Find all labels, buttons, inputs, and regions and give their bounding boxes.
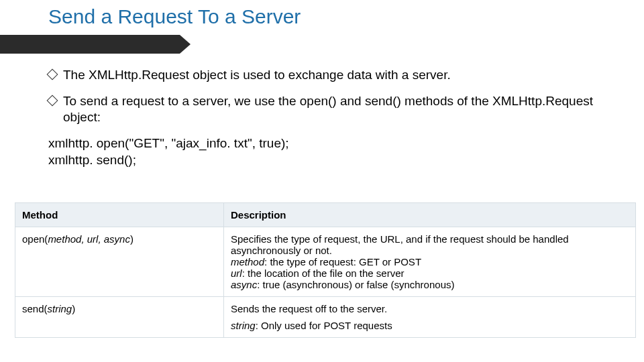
decor-arrow-head-icon <box>180 35 191 54</box>
desc-line: Specifies the type of request, the URL, … <box>231 233 629 256</box>
page-title: Send a Request To a Server <box>48 5 301 28</box>
table-row: send(string) Sends the request off to th… <box>15 297 636 338</box>
desc-line: url: the location of the file on the ser… <box>231 267 629 279</box>
method-close: ) <box>72 303 75 314</box>
code-line: xmlhttp. send(); <box>48 152 617 169</box>
desc-rest: : the location of the file on the server <box>242 267 405 279</box>
desc-line: async: true (asynchronous) or false (syn… <box>231 279 629 290</box>
bullet-item: The XMLHttp.Request object is used to ex… <box>48 67 617 84</box>
bullet-text: The XMLHttp.Request object is used to ex… <box>63 68 451 82</box>
method-name: send( <box>22 303 48 314</box>
decor-arrow-bar <box>0 35 180 54</box>
body-content: The XMLHttp.Request object is used to ex… <box>48 67 617 172</box>
desc-term: string <box>231 320 256 331</box>
table-row: open(method, url, async) Specifies the t… <box>15 227 636 297</box>
method-close: ) <box>130 233 133 245</box>
desc-rest: : Only used for POST requests <box>256 320 392 331</box>
desc-rest: : the type of request: GET or POST <box>264 256 421 267</box>
desc-term: method <box>231 256 264 267</box>
cell-description: Specifies the type of request, the URL, … <box>224 227 636 297</box>
desc-line: string: Only used for POST requests <box>231 320 629 331</box>
bullet-item: To send a request to a server, we use th… <box>48 93 617 126</box>
desc-line: method: the type of request: GET or POST <box>231 256 629 267</box>
method-args: method, url, async <box>48 233 130 245</box>
cell-method: open(method, url, async) <box>15 227 224 297</box>
code-block: xmlhttp. open("GET", "ajax_info. txt", t… <box>48 135 617 168</box>
desc-term: async <box>231 279 257 290</box>
column-header-description: Description <box>224 203 636 227</box>
method-name: open( <box>22 233 48 245</box>
table-header-row: Method Description <box>15 203 636 227</box>
desc-rest: : true (asynchronous) or false (synchron… <box>257 279 454 290</box>
methods-table: Method Description open(method, url, asy… <box>15 202 636 338</box>
method-args: string <box>48 303 72 314</box>
code-line: xmlhttp. open("GET", "ajax_info. txt", t… <box>48 135 617 152</box>
blank-line <box>231 314 629 320</box>
cell-description: Sends the request off to the server. str… <box>224 297 636 338</box>
column-header-method: Method <box>15 203 224 227</box>
desc-term: url <box>231 267 242 279</box>
cell-method: send(string) <box>15 297 224 338</box>
bullet-text: To send a request to a server, we use th… <box>63 94 593 125</box>
desc-line: Sends the request off to the server. <box>231 303 629 314</box>
